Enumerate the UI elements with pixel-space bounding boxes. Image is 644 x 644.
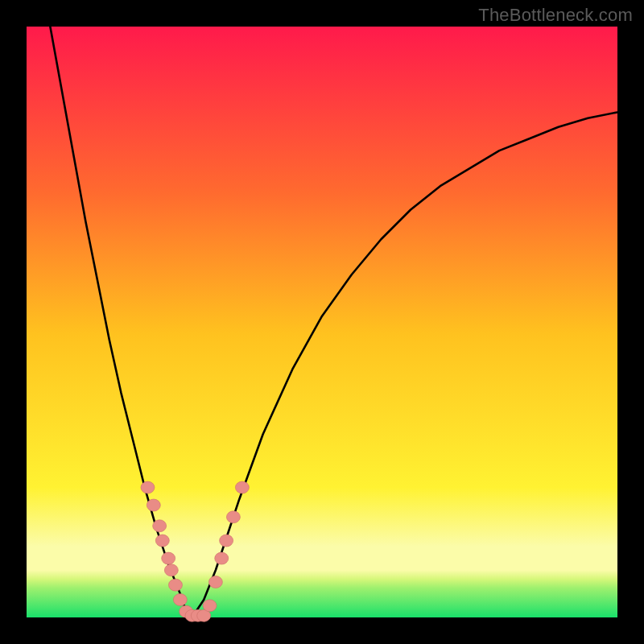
marker-point	[208, 576, 222, 588]
marker-point	[153, 520, 167, 532]
marker-point	[235, 481, 249, 493]
marker-point	[147, 499, 160, 511]
marker-point	[162, 552, 175, 564]
chart-svg	[27, 27, 617, 617]
marker-point	[141, 481, 155, 493]
marker-point	[203, 600, 217, 612]
marker-point	[164, 564, 178, 576]
curve-left	[50, 27, 192, 617]
marker-point	[173, 593, 187, 605]
outer-frame: TheBottleneck.com	[0, 0, 644, 644]
marker-point	[226, 511, 240, 523]
watermark-text: TheBottleneck.com	[478, 5, 633, 26]
marker-point	[220, 535, 233, 547]
marker-point	[215, 552, 229, 564]
marker-point	[155, 535, 169, 547]
marker-point	[168, 579, 182, 591]
curve-right	[192, 112, 617, 617]
